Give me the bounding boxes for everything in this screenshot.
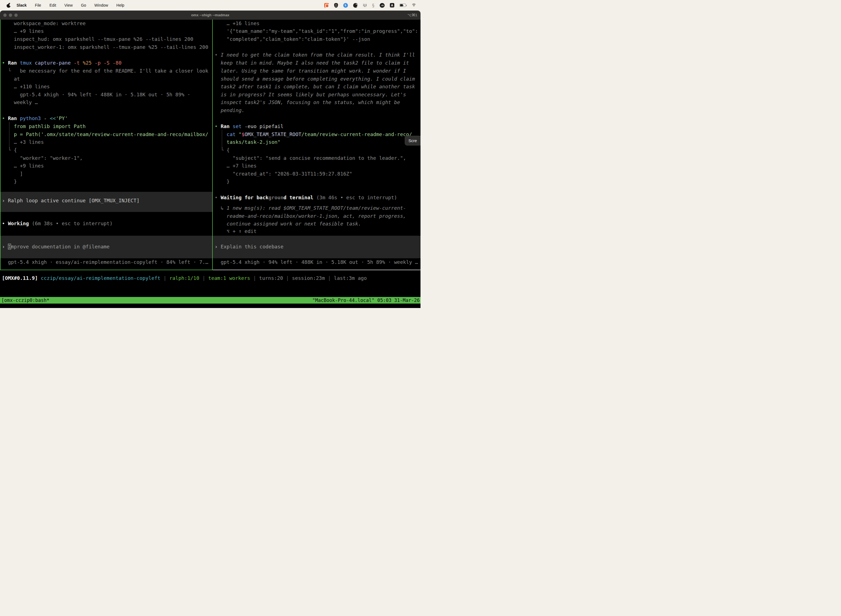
terminal-line: at: [2, 75, 20, 83]
terminal-line: • Ran python3 - <<'PY': [2, 114, 67, 122]
terminal-line: inspect_hud: omx sparkshell --tmux-pane …: [2, 35, 193, 43]
terminal-line: '{"team_name":"my-team","task_id":"1","f…: [215, 27, 418, 35]
terminal-line: keep that in mind. Maybe I also need the…: [215, 59, 409, 67]
squiggle-icon[interactable]: §: [372, 3, 375, 8]
pane-border-left: [0, 19, 0, 270]
pane-hud[interactable]: … +16 lines '{"team_name":"my-team","tas…: [213, 19, 420, 270]
terminal-line: • Working (6m 38s • esc to interrupt): [2, 220, 113, 227]
terminal-line: gpt-5.4 xhigh · 94% left · 488K in · 5.1…: [215, 258, 418, 266]
terminal-line: readme-and-reco/mailbox/worker-1.json, a…: [215, 212, 406, 220]
pane-border-bottom-inactive: [213, 270, 420, 270]
menu-status-icons: ϟ § ..61 A ϟ: [324, 0, 417, 10]
count-badge-icon[interactable]: ..61: [379, 3, 385, 8]
terminal-line: … +9 lines: [2, 162, 44, 170]
terminal-line: └ {: [215, 146, 230, 154]
terminal[interactable]: workspace_mode: worktree … +9 lines insp…: [0, 19, 420, 297]
battery-icon[interactable]: ϟ: [400, 4, 406, 7]
terminal-line: gpt-5.4 xhigh · essay/ai-reimplementatio…: [2, 258, 208, 266]
menu-window[interactable]: Window: [94, 3, 108, 7]
terminal-line: … +110 lines: [2, 83, 50, 91]
omx-project-path: cczip/essay/ai-reimplementation-copyleft: [41, 275, 160, 281]
omx-turns: turns:20: [259, 275, 283, 281]
terminal-line: › Explain this codebase: [215, 243, 283, 251]
omx-team-workers: team:1 workers: [208, 275, 250, 281]
terminal-line: "worker": "worker-1",: [2, 154, 83, 162]
wifi-icon[interactable]: [411, 3, 417, 7]
terminal-line: weekly …: [2, 98, 38, 106]
terminal-line: "subject": "send a concise recommendatio…: [215, 154, 406, 162]
lightning-circle-icon[interactable]: ϟ: [343, 3, 348, 8]
screenshot-tooltip: Scre: [405, 136, 420, 145]
tmux-status-bar: [omx-cczip0:bash* "MacBook-Pro-44.local"…: [0, 297, 420, 304]
dots-grid-icon[interactable]: [363, 3, 367, 7]
terminal-line: "created_at": "2026-03-31T11:59:27.816Z": [215, 170, 352, 178]
crescent-icon[interactable]: [353, 3, 358, 8]
window-title-bar[interactable]: omx --xhigh --madmax ⌥⌘1: [0, 10, 420, 19]
tmux-session-window[interactable]: [omx-cczip0:bash*: [1, 297, 49, 304]
omx-version: [OMX#0.11.9]: [2, 275, 38, 281]
pane-divider[interactable]: [212, 19, 213, 270]
pane-worker[interactable]: workspace_mode: worktree … +9 lines insp…: [0, 19, 212, 270]
terminal-line: … +3 lines: [2, 138, 44, 146]
menu-file[interactable]: File: [35, 3, 41, 7]
omx-ralph-counter: ralph:1/10: [169, 275, 199, 281]
menu-items: SlackFileEditViewGoWindowHelp: [16, 3, 125, 7]
terminal-line: … +16 lines: [215, 20, 259, 27]
terminal-line: inspect_worker-1: omx sparkshell --tmux-…: [2, 43, 208, 51]
input-source-icon[interactable]: A: [390, 3, 394, 7]
menu-bar: SlackFileEditViewGoWindowHelp ϟ § ..61 A…: [0, 0, 420, 10]
window-shortcut-hint: ⌥⌘1: [407, 13, 417, 17]
terminal-line: ↳ 1 new msg(s): read $OMX_TEAM_STATE_ROO…: [215, 204, 406, 212]
terminal-line: task2 after task1 is complete, but can I…: [215, 83, 415, 91]
menu-slack[interactable]: Slack: [16, 3, 27, 7]
tmux-host-clock: "MacBook-Pro-44.local" 05:03 31-Mar-26: [312, 297, 420, 304]
omx-session-time: session:23m: [292, 275, 325, 281]
terminal-line: p = Path('.omx/state/team/review-current…: [2, 131, 208, 138]
terminal-line: • Waiting for background terminal (3m 46…: [215, 194, 397, 201]
terminal-line: pending.: [215, 107, 245, 114]
menu-view[interactable]: View: [64, 3, 73, 7]
terminal-line: "completed","claim_token":"claim-token"}…: [215, 35, 370, 43]
terminal-top-border: [0, 19, 420, 20]
terminal-line: }: [2, 178, 17, 185]
terminal-line: › Improve documentation in @filename: [2, 243, 110, 251]
terminal-line: • I need to get the claim token from the…: [215, 51, 415, 59]
separator: |: [328, 275, 331, 281]
terminal-line: … +7 lines: [215, 162, 256, 170]
terminal-line: • Ran tmux capture-pane -t %25 -p -S -80: [2, 59, 122, 67]
terminal-line: ]: [2, 170, 23, 178]
terminal-line: … +9 lines: [2, 27, 44, 35]
menu-go[interactable]: Go: [81, 3, 86, 7]
terminal-line: continue assigned work or next feasible …: [215, 220, 361, 228]
separator: |: [286, 275, 289, 281]
terminal-line: • Ran set -euo pipefail: [215, 123, 283, 130]
window-title: omx --xhigh --madmax: [0, 13, 420, 17]
separator: |: [163, 275, 166, 281]
terminal-line: later. Using the same for transition mig…: [215, 67, 406, 75]
battery-bolt-icon: ϟ: [400, 4, 406, 7]
terminal-line: should send a message before completing …: [215, 75, 415, 83]
terminal-line: is in progress? It seems likely but perh…: [215, 91, 406, 98]
omx-status-line: [OMX#0.11.9] cczip/essay/ai-reimplementa…: [2, 274, 367, 282]
terminal-line: gpt-5.4 xhigh · 94% left · 488K in · 5.1…: [2, 91, 190, 98]
terminal-line: inspect task2's JSON, focusing on the st…: [215, 98, 400, 106]
window-footer: [0, 304, 420, 308]
terminal-line: workspace_mode: worktree: [2, 20, 85, 27]
pane-border-bottom-active: [0, 270, 213, 270]
omx-last-activity: last:3m ago: [334, 275, 367, 281]
terminal-line: tasks/task-2.json": [215, 138, 280, 146]
apple-menu-icon[interactable]: [7, 3, 10, 8]
menu-help[interactable]: Help: [116, 3, 125, 7]
terminal-line: cat "$OMX_TEAM_STATE_ROOT/team/review-cu…: [215, 131, 412, 138]
terminal-line: }: [215, 178, 230, 185]
terminal-line: └ {: [2, 146, 17, 154]
chat-app-icon[interactable]: [324, 3, 329, 7]
terminal-line: ⌥ + ↑ edit: [215, 227, 256, 235]
terminal-line: from pathlib import Path: [2, 123, 85, 130]
shield-grid-icon[interactable]: [334, 3, 338, 8]
terminal-line: › Ralph loop active continue [OMX_TMUX_I…: [2, 197, 140, 204]
menu-edit[interactable]: Edit: [49, 3, 56, 7]
separator: |: [253, 275, 256, 281]
separator: |: [202, 275, 205, 281]
terminal-line: └ be necessary for the end of the README…: [2, 67, 208, 75]
